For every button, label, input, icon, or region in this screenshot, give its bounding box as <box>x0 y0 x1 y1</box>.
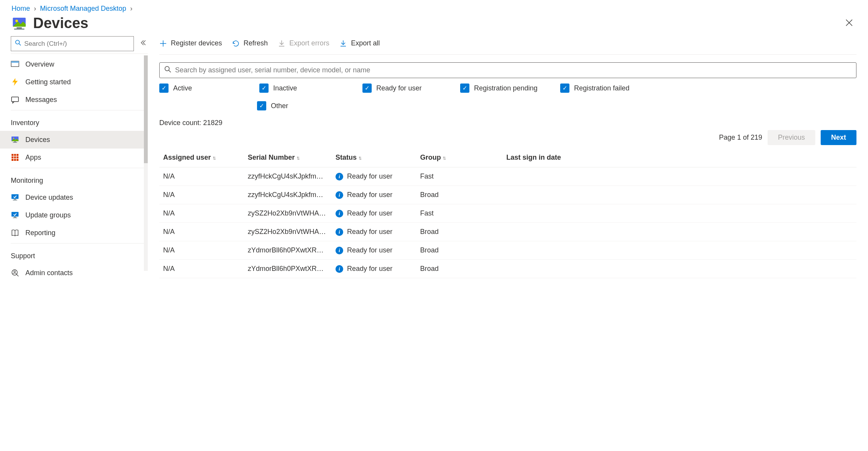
info-icon: i <box>336 265 343 273</box>
table-row[interactable]: N/AzySZ2Ho2Xb9nVtWHA…iReady for userFast <box>159 204 856 223</box>
info-icon: i <box>336 228 343 236</box>
cell-assigned-user: N/A <box>159 223 244 241</box>
sidebar-group-heading: Inventory <box>11 112 148 131</box>
cell-serial-number: zzyfHckCgU4sKJpkfmS… <box>244 167 332 186</box>
checkbox-checked-icon[interactable]: ✓ <box>460 84 469 93</box>
svg-rect-14 <box>14 154 16 156</box>
sort-icon: ↑↓ <box>442 155 445 161</box>
col-assigned-user[interactable]: Assigned user↑↓ <box>159 148 244 167</box>
refresh-button[interactable]: Refresh <box>232 39 268 47</box>
sidebar-item-reporting[interactable]: Reporting <box>0 224 148 242</box>
sidebar-item-label: Devices <box>25 136 50 144</box>
cell-assigned-user: N/A <box>159 241 244 260</box>
cell-serial-number: zzyfHckCgU4sKJpkfmS… <box>244 186 332 204</box>
svg-point-1 <box>15 20 18 22</box>
next-button[interactable]: Next <box>821 130 856 145</box>
sidebar-item-label: Messages <box>25 96 57 104</box>
svg-rect-11 <box>14 142 16 142</box>
sidebar-item-apps[interactable]: Apps <box>0 149 148 166</box>
cell-serial-number: zYdmorBll6h0PXwtXR… <box>244 241 332 260</box>
svg-rect-18 <box>17 157 18 159</box>
info-icon: i <box>336 210 343 217</box>
checkbox-checked-icon[interactable]: ✓ <box>560 84 569 93</box>
person-search-icon <box>11 269 19 277</box>
close-icon[interactable] <box>843 16 855 31</box>
cell-group: Broad <box>416 260 502 278</box>
device-search[interactable] <box>159 62 856 78</box>
apps-icon <box>11 153 19 162</box>
filter-chip-label: Other <box>271 102 288 110</box>
book-icon <box>11 229 19 237</box>
cell-group: Broad <box>416 186 502 204</box>
register-devices-label: Register devices <box>171 39 222 47</box>
table-row[interactable]: N/AzYdmorBll6h0PXwtXR…iReady for userBro… <box>159 241 856 260</box>
sidebar-search[interactable] <box>11 36 134 51</box>
svg-rect-7 <box>11 61 19 63</box>
sidebar-item-label: Overview <box>25 60 54 68</box>
col-group[interactable]: Group↑↓ <box>416 148 502 167</box>
checkbox-checked-icon[interactable]: ✓ <box>257 101 266 110</box>
filter-chip-registration-failed[interactable]: ✓ Registration failed <box>560 84 660 93</box>
export-errors-button: Export errors <box>278 39 329 47</box>
cell-last-sign-in <box>502 260 856 278</box>
previous-button: Previous <box>768 130 815 145</box>
checkbox-checked-icon[interactable]: ✓ <box>362 84 372 93</box>
collapse-sidebar-icon[interactable] <box>139 38 148 49</box>
filter-chip-active[interactable]: ✓ Active <box>159 84 259 93</box>
table-header-row: Assigned user↑↓ Serial Number↑↓ Status↑↓… <box>159 148 856 167</box>
cell-status: iReady for user <box>332 223 416 241</box>
sidebar-item-device-updates[interactable]: Device updates <box>0 189 148 206</box>
sidebar-scrollbar-thumb[interactable] <box>144 55 148 163</box>
register-devices-button[interactable]: Register devices <box>159 39 222 47</box>
sidebar-item-update-groups[interactable]: Update groups <box>0 206 148 224</box>
table-row[interactable]: N/AzzyfHckCgU4sKJpkfmS…iReady for userBr… <box>159 186 856 204</box>
sidebar-scrollbar-track[interactable] <box>144 55 148 271</box>
sidebar-item-getting-started[interactable]: Getting started <box>0 73 148 91</box>
svg-rect-8 <box>12 97 18 102</box>
checkbox-checked-icon[interactable]: ✓ <box>159 84 169 93</box>
svg-point-32 <box>165 67 169 71</box>
svg-rect-2 <box>17 27 22 28</box>
search-icon <box>164 66 171 75</box>
breadcrumb-mmd[interactable]: Microsoft Managed Desktop <box>40 5 126 13</box>
export-all-button[interactable]: Export all <box>339 39 380 47</box>
cell-status: iReady for user <box>332 186 416 204</box>
svg-line-33 <box>169 70 171 72</box>
filter-chip-other[interactable]: ✓ Other <box>257 101 357 110</box>
table-row[interactable]: N/AzySZ2Ho2Xb9nVtWHA…iReady for userBroa… <box>159 223 856 241</box>
sidebar-item-messages[interactable]: Messages <box>0 91 148 109</box>
sidebar-item-admin-contacts[interactable]: Admin contacts <box>0 264 148 282</box>
col-status[interactable]: Status↑↓ <box>332 148 416 167</box>
sidebar-item-overview[interactable]: Overview <box>0 55 148 73</box>
chevron-right-icon: › <box>130 5 132 13</box>
col-last-sign-in[interactable]: Last sign in date <box>502 148 856 167</box>
sort-icon: ↑↓ <box>296 155 299 161</box>
sidebar-item-label: Device updates <box>25 194 73 202</box>
cell-group: Fast <box>416 204 502 223</box>
table-row[interactable]: N/AzzyfHckCgU4sKJpkfmS…iReady for userFa… <box>159 167 856 186</box>
filter-chip-label: Inactive <box>273 84 297 92</box>
filter-chip-ready[interactable]: ✓ Ready for user <box>362 84 460 93</box>
sort-icon: ↑↓ <box>358 155 361 161</box>
table-row[interactable]: N/AzYdmorBll6h0PXwtXR…iReady for userBro… <box>159 260 856 278</box>
filter-chip-inactive[interactable]: ✓ Inactive <box>259 84 362 93</box>
sidebar-group-heading: Monitoring <box>11 170 148 189</box>
filter-chip-registration-pending[interactable]: ✓ Registration pending <box>460 84 560 93</box>
svg-rect-27 <box>13 217 17 218</box>
device-search-input[interactable] <box>175 66 851 74</box>
svg-rect-23 <box>14 199 16 200</box>
svg-line-5 <box>19 44 21 46</box>
svg-rect-19 <box>12 159 13 161</box>
filter-chip-label: Registration pending <box>474 84 537 92</box>
svg-line-30 <box>17 274 18 276</box>
checkbox-checked-icon[interactable]: ✓ <box>259 84 269 93</box>
cell-status: iReady for user <box>332 260 416 278</box>
cell-assigned-user: N/A <box>159 167 244 186</box>
cell-group: Fast <box>416 167 502 186</box>
col-serial-number[interactable]: Serial Number↑↓ <box>244 148 332 167</box>
device-count: Device count: 21829 <box>159 119 856 127</box>
sidebar-item-devices[interactable]: Devices <box>0 131 148 149</box>
breadcrumb-home[interactable]: Home <box>12 5 30 13</box>
sidebar-search-input[interactable] <box>24 40 130 48</box>
svg-rect-15 <box>17 154 18 156</box>
